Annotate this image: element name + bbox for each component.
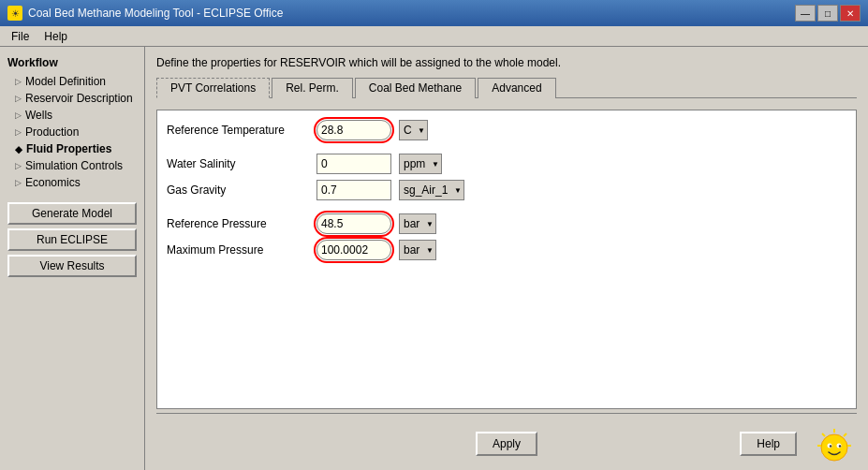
sidebar-item-label: Economics: [25, 176, 81, 189]
arrow-icon: ▷: [15, 110, 22, 120]
sidebar-item-label: Fluid Properties: [26, 142, 111, 155]
sidebar-item-label: Wells: [25, 109, 52, 122]
unit-select-gravity[interactable]: sg_Air_1: [399, 180, 464, 200]
sidebar-item-label: Model Definition: [25, 75, 106, 88]
unit-container-temperature: C F: [399, 120, 428, 140]
sidebar-item-label: Production: [25, 125, 79, 139]
sidebar-item-label: Reservoir Description: [25, 92, 133, 105]
label-reference-temperature: Reference Temperature: [167, 124, 316, 137]
sidebar-item-label: Simulation Controls: [25, 159, 123, 172]
arrow-icon: ▷: [15, 161, 22, 170]
unit-select-max-pressure-wrapper: bar psi: [399, 240, 436, 260]
menu-file[interactable]: File: [4, 28, 37, 45]
svg-line-6: [844, 433, 846, 436]
sidebar: Workflow ▷ Model Definition ▷ Reservoir …: [0, 47, 145, 470]
sidebar-item-economics[interactable]: ▷ Economics: [0, 174, 144, 191]
label-gas-gravity: Gas Gravity: [167, 184, 316, 197]
content-inner: Reference Temperature C F Water Salinity: [156, 110, 857, 409]
app-icon: ☀: [7, 6, 22, 21]
bottom-center: Apply: [390, 432, 623, 456]
sidebar-buttons: Generate Model Run ECLIPSE View Results: [0, 202, 144, 277]
title-bar: ☀ Coal Bed Methane Modeling Tool - ECLIP…: [0, 0, 868, 26]
generate-model-button[interactable]: Generate Model: [7, 202, 137, 225]
main-container: Workflow ▷ Model Definition ▷ Reservoir …: [0, 47, 868, 470]
unit-container-salinity: ppm: [399, 154, 442, 174]
svg-point-3: [830, 445, 831, 447]
unit-select-max-pressure[interactable]: bar psi: [399, 240, 436, 260]
form-row-reference-pressure: Reference Pressure bar psi: [167, 213, 846, 234]
close-button[interactable]: ✕: [840, 5, 861, 22]
input-reference-temperature[interactable]: [316, 120, 391, 140]
tab-rel-perm[interactable]: Rel. Perm.: [272, 78, 353, 98]
input-water-salinity[interactable]: [316, 154, 391, 174]
content-area: Define the properties for RESERVOIR whic…: [145, 47, 868, 470]
arrow-icon: ▷: [15, 178, 22, 187]
bottom-bar: Apply Help: [156, 413, 857, 466]
tab-advanced[interactable]: Advanced: [478, 78, 555, 98]
sidebar-item-fluid-properties[interactable]: ◆ Fluid Properties: [0, 140, 144, 157]
unit-container-gravity: sg_Air_1: [399, 180, 464, 200]
label-reference-pressure: Reference Pressure: [167, 217, 316, 230]
menu-help[interactable]: Help: [37, 28, 75, 45]
label-maximum-pressure: Maximum Pressure: [167, 243, 316, 257]
maximize-button[interactable]: □: [817, 5, 838, 22]
unit-container-ref-pressure: bar psi: [399, 213, 436, 234]
svg-point-4: [839, 445, 841, 447]
run-eclipse-button[interactable]: Run ECLIPSE: [7, 228, 137, 251]
input-reference-pressure[interactable]: [316, 213, 391, 234]
menu-bar: File Help: [0, 26, 868, 47]
input-maximum-pressure[interactable]: [316, 240, 391, 260]
title-bar-buttons: — □ ✕: [795, 5, 861, 22]
tab-coal-bed-methane[interactable]: Coal Bed Methane: [355, 78, 476, 98]
minimize-button[interactable]: —: [795, 5, 816, 22]
arrow-icon: ▷: [15, 77, 22, 86]
diamond-icon: ◆: [15, 144, 22, 154]
unit-select-gravity-wrapper: sg_Air_1: [399, 180, 464, 200]
unit-container-max-pressure: bar psi: [399, 240, 436, 260]
input-gas-gravity[interactable]: [316, 180, 391, 200]
tabs-container: PVT Correlations Rel. Perm. Coal Bed Met…: [156, 77, 857, 98]
sidebar-section-title: Workflow: [0, 54, 144, 73]
arrow-icon: ▷: [15, 94, 22, 103]
svg-line-8: [822, 433, 825, 436]
form-row-gas-gravity: Gas Gravity sg_Air_1: [167, 180, 846, 200]
sidebar-item-production[interactable]: ▷ Production: [0, 124, 144, 140]
sidebar-item-model-definition[interactable]: ▷ Model Definition: [0, 73, 144, 90]
sun-icon: [812, 421, 857, 466]
unit-select-temperature-wrapper: C F: [399, 120, 428, 140]
form-row-maximum-pressure: Maximum Pressure bar psi: [167, 240, 846, 260]
arrow-icon: ▷: [15, 127, 22, 137]
svg-point-0: [821, 434, 847, 461]
tab-pvt-correlations[interactable]: PVT Correlations: [156, 78, 270, 98]
unit-select-ref-pressure-wrapper: bar psi: [399, 213, 436, 234]
form-row-reference-temperature: Reference Temperature C F: [167, 120, 846, 140]
sidebar-item-wells[interactable]: ▷ Wells: [0, 107, 144, 124]
content-description: Define the properties for RESERVOIR whic…: [156, 56, 857, 69]
form-row-water-salinity: Water Salinity ppm: [167, 154, 846, 174]
label-water-salinity: Water Salinity: [167, 157, 316, 170]
window-title: Coal Bed Methane Modeling Tool - ECLIPSE…: [28, 7, 795, 20]
apply-button[interactable]: Apply: [476, 432, 537, 456]
help-button[interactable]: Help: [740, 432, 797, 456]
bottom-right: Help: [624, 421, 857, 466]
unit-select-temperature[interactable]: C F: [399, 120, 428, 140]
unit-select-ref-pressure[interactable]: bar psi: [399, 213, 436, 234]
unit-select-salinity[interactable]: ppm: [399, 154, 442, 174]
sidebar-item-simulation-controls[interactable]: ▷ Simulation Controls: [0, 157, 144, 174]
sidebar-item-reservoir-description[interactable]: ▷ Reservoir Description: [0, 90, 144, 107]
view-results-button[interactable]: View Results: [7, 255, 137, 277]
unit-select-salinity-wrapper: ppm: [399, 154, 442, 174]
